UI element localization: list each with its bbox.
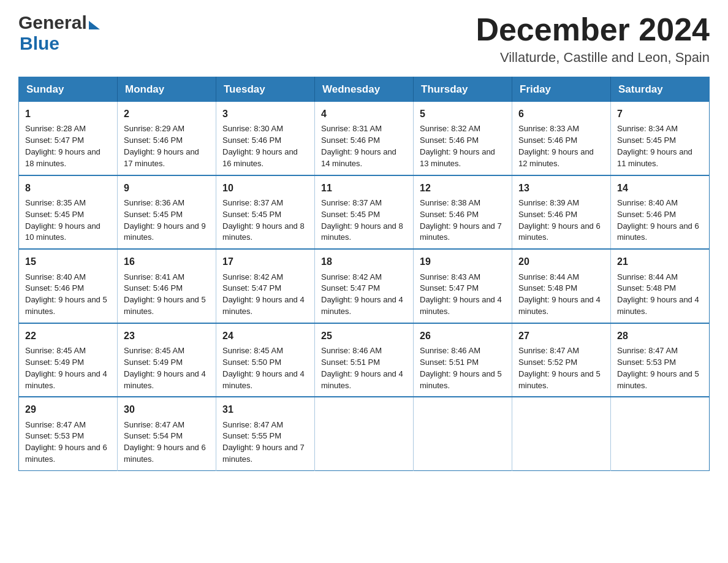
day-number: 18 [321,255,407,269]
day-number: 4 [321,107,407,121]
calendar-cell: 31Sunrise: 8:47 AMSunset: 5:55 PMDayligh… [216,397,315,470]
day-number: 27 [518,329,604,343]
calendar-cell: 3Sunrise: 8:30 AMSunset: 5:46 PMDaylight… [216,102,315,175]
day-info: Sunrise: 8:39 AMSunset: 5:46 PMDaylight:… [518,197,604,243]
calendar-cell: 12Sunrise: 8:38 AMSunset: 5:46 PMDayligh… [414,175,512,250]
day-number: 23 [124,329,210,343]
day-number: 2 [124,107,210,121]
day-info: Sunrise: 8:43 AMSunset: 5:47 PMDaylight:… [420,272,506,318]
weekday-header-saturday: Saturday [611,77,710,102]
calendar-cell: 24Sunrise: 8:45 AMSunset: 5:50 PMDayligh… [216,323,315,397]
day-info: Sunrise: 8:33 AMSunset: 5:46 PMDaylight:… [518,123,604,169]
day-info: Sunrise: 8:31 AMSunset: 5:46 PMDaylight:… [321,123,407,169]
day-number: 25 [321,329,407,343]
day-number: 8 [25,181,111,195]
calendar-week-row: 15Sunrise: 8:40 AMSunset: 5:46 PMDayligh… [19,249,710,323]
weekday-header-wednesday: Wednesday [315,77,414,102]
day-info: Sunrise: 8:41 AMSunset: 5:46 PMDaylight:… [124,272,210,318]
day-number: 19 [420,255,506,269]
day-info: Sunrise: 8:47 AMSunset: 5:53 PMDaylight:… [617,345,703,391]
weekday-header-friday: Friday [512,77,611,102]
calendar-week-row: 1Sunrise: 8:28 AMSunset: 5:47 PMDaylight… [19,102,710,175]
day-number: 20 [518,255,604,269]
day-info: Sunrise: 8:42 AMSunset: 5:47 PMDaylight:… [321,272,407,318]
day-number: 30 [124,402,210,416]
calendar-table: SundayMondayTuesdayWednesdayThursdayFrid… [18,77,710,471]
day-info: Sunrise: 8:32 AMSunset: 5:46 PMDaylight:… [420,123,506,169]
day-info: Sunrise: 8:28 AMSunset: 5:47 PMDaylight:… [25,123,111,169]
day-number: 10 [222,181,308,195]
calendar-cell: 25Sunrise: 8:46 AMSunset: 5:51 PMDayligh… [315,323,414,397]
calendar-cell: 8Sunrise: 8:35 AMSunset: 5:45 PMDaylight… [19,175,118,250]
weekday-header-monday: Monday [118,77,216,102]
calendar-cell [512,397,611,470]
day-number: 13 [518,181,604,195]
calendar-cell: 20Sunrise: 8:44 AMSunset: 5:48 PMDayligh… [512,249,611,323]
calendar-cell: 19Sunrise: 8:43 AMSunset: 5:47 PMDayligh… [414,249,512,323]
day-number: 22 [25,329,111,343]
day-info: Sunrise: 8:35 AMSunset: 5:45 PMDaylight:… [25,197,111,243]
title-area: December 2024 Villaturde, Castille and L… [476,12,710,66]
day-info: Sunrise: 8:44 AMSunset: 5:48 PMDaylight:… [617,272,703,318]
calendar-cell: 27Sunrise: 8:47 AMSunset: 5:52 PMDayligh… [512,323,611,397]
calendar-week-row: 22Sunrise: 8:45 AMSunset: 5:49 PMDayligh… [19,323,710,397]
day-info: Sunrise: 8:37 AMSunset: 5:45 PMDaylight:… [321,197,407,243]
day-number: 1 [25,107,111,121]
day-info: Sunrise: 8:34 AMSunset: 5:45 PMDaylight:… [617,123,703,169]
calendar-cell: 21Sunrise: 8:44 AMSunset: 5:48 PMDayligh… [611,249,710,323]
day-info: Sunrise: 8:47 AMSunset: 5:53 PMDaylight:… [25,419,111,465]
calendar-cell: 22Sunrise: 8:45 AMSunset: 5:49 PMDayligh… [19,323,118,397]
day-number: 5 [420,107,506,121]
day-number: 6 [518,107,604,121]
day-info: Sunrise: 8:37 AMSunset: 5:45 PMDaylight:… [222,197,308,243]
calendar-cell: 7Sunrise: 8:34 AMSunset: 5:45 PMDaylight… [611,102,710,175]
day-number: 12 [420,181,506,195]
day-info: Sunrise: 8:45 AMSunset: 5:49 PMDaylight:… [25,345,111,391]
location-title: Villaturde, Castille and Leon, Spain [476,50,710,66]
day-number: 14 [617,181,703,195]
calendar-cell [414,397,512,470]
day-info: Sunrise: 8:36 AMSunset: 5:45 PMDaylight:… [124,197,210,243]
logo-blue-text: Blue [20,33,59,53]
day-info: Sunrise: 8:42 AMSunset: 5:47 PMDaylight:… [222,272,308,318]
day-number: 21 [617,255,703,269]
day-info: Sunrise: 8:47 AMSunset: 5:54 PMDaylight:… [124,419,210,465]
calendar-week-row: 8Sunrise: 8:35 AMSunset: 5:45 PMDaylight… [19,175,710,250]
day-number: 17 [222,255,308,269]
weekday-header-sunday: Sunday [19,77,118,102]
calendar-cell: 1Sunrise: 8:28 AMSunset: 5:47 PMDaylight… [19,102,118,175]
calendar-cell: 2Sunrise: 8:29 AMSunset: 5:46 PMDaylight… [118,102,216,175]
weekday-header-row: SundayMondayTuesdayWednesdayThursdayFrid… [19,77,710,102]
day-info: Sunrise: 8:45 AMSunset: 5:49 PMDaylight:… [124,345,210,391]
weekday-header-thursday: Thursday [414,77,512,102]
calendar-cell: 16Sunrise: 8:41 AMSunset: 5:46 PMDayligh… [118,249,216,323]
day-info: Sunrise: 8:45 AMSunset: 5:50 PMDaylight:… [222,345,308,391]
calendar-cell: 15Sunrise: 8:40 AMSunset: 5:46 PMDayligh… [19,249,118,323]
day-info: Sunrise: 8:40 AMSunset: 5:46 PMDaylight:… [25,272,111,318]
day-info: Sunrise: 8:29 AMSunset: 5:46 PMDaylight:… [124,123,210,169]
calendar-cell: 4Sunrise: 8:31 AMSunset: 5:46 PMDaylight… [315,102,414,175]
header: General Blue December 2024 Villaturde, C… [18,12,710,66]
calendar-cell: 26Sunrise: 8:46 AMSunset: 5:51 PMDayligh… [414,323,512,397]
day-number: 11 [321,181,407,195]
calendar-cell: 28Sunrise: 8:47 AMSunset: 5:53 PMDayligh… [611,323,710,397]
weekday-header-tuesday: Tuesday [216,77,315,102]
day-number: 31 [222,402,308,416]
day-number: 28 [617,329,703,343]
calendar-cell: 14Sunrise: 8:40 AMSunset: 5:46 PMDayligh… [611,175,710,250]
day-number: 29 [25,402,111,416]
calendar-cell: 13Sunrise: 8:39 AMSunset: 5:46 PMDayligh… [512,175,611,250]
calendar-cell: 11Sunrise: 8:37 AMSunset: 5:45 PMDayligh… [315,175,414,250]
calendar-cell: 30Sunrise: 8:47 AMSunset: 5:54 PMDayligh… [118,397,216,470]
day-info: Sunrise: 8:47 AMSunset: 5:52 PMDaylight:… [518,345,604,391]
day-info: Sunrise: 8:44 AMSunset: 5:48 PMDaylight:… [518,272,604,318]
calendar-cell: 5Sunrise: 8:32 AMSunset: 5:46 PMDaylight… [414,102,512,175]
calendar-week-row: 29Sunrise: 8:47 AMSunset: 5:53 PMDayligh… [19,397,710,470]
day-number: 15 [25,255,111,269]
calendar-cell: 6Sunrise: 8:33 AMSunset: 5:46 PMDaylight… [512,102,611,175]
day-info: Sunrise: 8:46 AMSunset: 5:51 PMDaylight:… [321,345,407,391]
calendar-cell: 9Sunrise: 8:36 AMSunset: 5:45 PMDaylight… [118,175,216,250]
day-number: 3 [222,107,308,121]
calendar-cell: 23Sunrise: 8:45 AMSunset: 5:49 PMDayligh… [118,323,216,397]
calendar-cell [611,397,710,470]
